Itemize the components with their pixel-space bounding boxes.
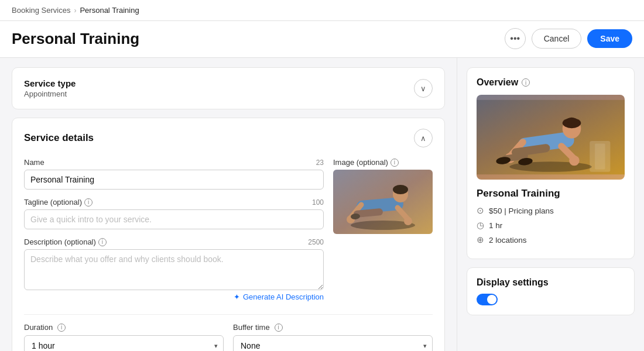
service-type-expand-button[interactable]: ∨ [414,79,433,98]
tagline-info-icon[interactable]: i [84,198,93,207]
tagline-input[interactable] [24,209,324,229]
svg-point-18 [567,118,577,124]
header-actions: ••• Cancel Save [505,28,632,49]
buffer-select[interactable]: None 5 minutes 10 minutes 15 minutes 30 … [233,335,433,351]
duration-col: Duration i 30 minutes 1 hour 1.5 hours 2… [24,323,224,351]
service-details-title: Service details [24,132,94,144]
chevron-down-icon: ∨ [420,84,426,93]
name-char-count: 23 [316,159,324,167]
name-input[interactable] [24,170,324,190]
breadcrumb-bar: Booking Services › Personal Training [0,0,644,21]
duration-buffer-row: Duration i 30 minutes 1 hour 1.5 hours 2… [24,323,433,351]
description-label-row: Description (optional) i 2500 [24,238,324,246]
name-label-row: Name 23 [24,158,324,167]
duration-label-row: Duration i [24,323,224,332]
overview-price-row: ⊙ $50 | Pricing plans [477,205,625,216]
image-label-row: Image (optional) i [333,158,433,167]
location-icon: ⊕ [477,235,484,245]
image-preview-svg [333,170,433,234]
save-button[interactable]: Save [587,29,632,48]
overview-service-name: Personal Training [477,188,625,199]
service-details-collapse-button[interactable]: ∧ [414,129,433,147]
tagline-char-count: 100 [312,198,324,207]
image-preview[interactable] [333,170,433,234]
description-char-count: 2500 [308,238,324,246]
more-options-button[interactable]: ••• [505,28,526,49]
duration-select-wrapper: 30 minutes 1 hour 1.5 hours 2 hours ▾ [24,335,224,351]
svg-rect-13 [595,143,605,169]
overview-title: Overview [477,77,518,88]
overview-title-row: Overview i [477,77,625,88]
overview-locations-row: ⊕ 2 locations [477,235,625,245]
main-layout: Service type Appointment ∨ Service detai… [0,58,644,351]
tagline-label-info: Tagline (optional) i [24,198,93,207]
buffer-col: Buffer time i None 5 minutes 10 minutes … [233,323,433,351]
page-header: Personal Training ••• Cancel Save [0,21,644,58]
service-details-card: Service details ∧ Name 23 Tagline [12,118,445,351]
duration-select[interactable]: 30 minutes 1 hour 1.5 hours 2 hours [24,335,224,351]
buffer-label: Buffer time [233,323,270,332]
display-settings-title: Display settings [477,277,625,288]
page-title: Personal Training [12,30,139,48]
overview-info-icon[interactable]: i [522,78,530,87]
right-panel: Overview i [457,58,644,351]
service-type-value: Appointment [24,90,76,98]
svg-point-22 [569,156,580,166]
buffer-select-wrapper: None 5 minutes 10 minutes 15 minutes 30 … [233,335,433,351]
breadcrumb-parent[interactable]: Booking Services [12,6,70,15]
description-label: Description (optional) [24,238,96,246]
buffer-label-row: Buffer time i [233,323,433,332]
section-divider [24,314,433,315]
left-panel: Service type Appointment ∨ Service detai… [0,58,457,351]
cancel-button[interactable]: Cancel [532,29,582,49]
description-label-info: Description (optional) i [24,238,107,246]
image-label: Image (optional) [333,158,388,167]
price-icon: ⊙ [477,205,484,216]
chevron-up-icon: ∧ [420,134,426,143]
display-settings-card: Display settings [467,267,635,315]
name-label: Name [24,158,44,167]
description-info-icon[interactable]: i [98,238,107,246]
service-type-label: Service type [24,78,76,88]
generate-ai-row: ✦ Generate AI Description [24,292,324,301]
service-type-info: Service type Appointment [24,78,76,98]
name-field-col: Name 23 Tagline (optional) i 100 [24,158,324,306]
ai-sparkle-icon: ✦ [234,292,240,301]
service-details-header: Service details ∧ [24,129,433,147]
image-label-info: Image (optional) i [333,158,399,167]
breadcrumb-current: Personal Training [80,6,139,15]
toggle-knob [487,295,496,304]
overview-duration-row: ◷ 1 hr [477,220,625,230]
generate-ai-button[interactable]: ✦ Generate AI Description [234,292,324,301]
overview-card: Overview i [467,67,635,259]
breadcrumb: Booking Services › Personal Training [12,6,139,15]
image-info-icon[interactable]: i [390,159,399,167]
duration-label: Duration [24,323,53,332]
breadcrumb-separator: › [74,6,76,15]
service-type-card: Service type Appointment ∨ [12,67,445,109]
clock-icon: ◷ [477,220,484,230]
overview-image [477,95,625,180]
overview-locations: 2 locations [489,236,527,245]
display-toggle-row [477,294,625,305]
overview-duration: 1 hr [489,221,502,230]
buffer-info-icon[interactable]: i [275,324,283,332]
svg-point-4 [393,185,408,194]
display-toggle[interactable] [477,294,498,305]
overview-image-svg [477,95,625,180]
tagline-label-row: Tagline (optional) i 100 [24,198,324,207]
image-field-col: Image (optional) i [333,158,433,306]
svg-point-8 [404,217,412,225]
overview-price: $50 | Pricing plans [489,207,554,215]
description-input[interactable] [24,249,324,290]
tagline-label: Tagline (optional) [24,198,82,207]
duration-info-icon[interactable]: i [57,324,66,332]
name-image-row: Name 23 Tagline (optional) i 100 [24,158,433,306]
